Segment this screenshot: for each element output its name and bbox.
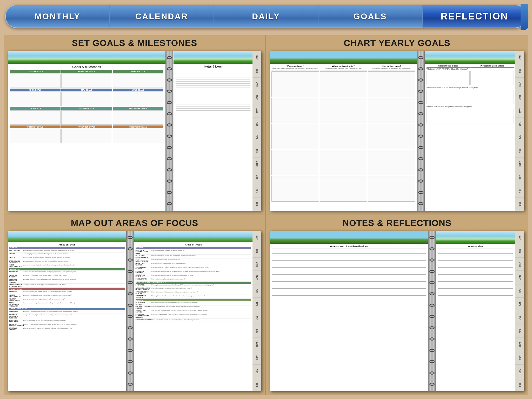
nav-goals[interactable]: GOALS	[318, 5, 423, 28]
tab-mar-2[interactable]: MAR	[515, 77, 524, 91]
aof-row: HELPING & SERVING LOVED ONES What opport…	[136, 249, 251, 255]
tab-oct-2[interactable]: OCT	[515, 171, 524, 184]
line	[438, 298, 513, 298]
line	[438, 279, 513, 279]
tab-nov[interactable]: NOV	[252, 184, 261, 197]
aof-label: IMMEDIATE AREAS OF IMPROVEMENT	[136, 287, 151, 290]
tab-jul-3[interactable]: JUL	[252, 311, 261, 324]
tab-feb[interactable]: FEB	[252, 64, 261, 77]
cg-headers: Where am I now? What is my current life …	[271, 65, 415, 70]
tab-aug-4[interactable]: AUG	[515, 324, 524, 338]
notebook-notes: Notes & End of Month Reflections	[270, 231, 524, 391]
tab-dec-2[interactable]: DEC	[515, 197, 524, 210]
aof-label: SENSE OF ACCOMPLISHMENT	[9, 323, 23, 327]
aof-content: How can I improve myself to benefit my l…	[151, 259, 251, 262]
ring	[128, 371, 133, 375]
tab-feb-3[interactable]: FEB	[252, 244, 261, 257]
tab-jan[interactable]: JAN	[252, 51, 261, 64]
tab-apr-3[interactable]: APR	[252, 271, 261, 284]
tab-dec-4[interactable]: DEC	[515, 378, 524, 391]
tab-oct-4[interactable]: OCT	[515, 351, 524, 364]
tab-jan-3[interactable]: JAN	[252, 231, 261, 244]
spiral-binding-4	[428, 231, 436, 391]
tab-jan-2[interactable]: JAN	[515, 51, 524, 64]
cell-nov	[61, 129, 112, 143]
tab-dec[interactable]: DEC	[252, 197, 261, 210]
aof-content: What improvements will greatly improve m…	[23, 284, 125, 287]
cg-col2: Where do I want to be? Describe the idea…	[320, 65, 367, 70]
aof-content: What tangible career milestones can I se…	[151, 284, 251, 287]
nav-monthly[interactable]: MONTHLY	[6, 5, 110, 28]
tab-sept-4[interactable]: SEPT	[515, 338, 524, 351]
tab-may-3[interactable]: MAY	[252, 284, 261, 298]
tab-sept[interactable]: SEPT	[252, 157, 261, 170]
tab-feb-2[interactable]: FEB	[515, 64, 524, 77]
cg-cell	[271, 150, 319, 175]
nav-reflection[interactable]: REFLECTION	[423, 5, 526, 28]
tab-jun-3[interactable]: JUN	[252, 297, 261, 311]
line	[176, 92, 250, 92]
tab-mar-3[interactable]: MAR	[252, 257, 261, 271]
tab-feb-4[interactable]: FEB	[515, 244, 524, 257]
tab-jan-4[interactable]: JAN	[515, 231, 524, 244]
aof-content: What shall I stop doing - or how shall I…	[151, 255, 251, 258]
nb-page-notes-right: Notes & Ideas	[436, 231, 515, 391]
tab-jul-2[interactable]: JUL	[515, 131, 524, 144]
tab-oct[interactable]: OCT	[252, 171, 261, 184]
tab-jul-4[interactable]: JUL	[515, 311, 524, 324]
aof-row: SPIRITUAL MEANING & PURPOSE What gives t…	[9, 314, 125, 319]
line	[176, 104, 250, 104]
tab-may-4[interactable]: MAY	[515, 284, 524, 298]
aof-content: What top 5 goals do I want to achieve th…	[23, 257, 125, 260]
tab-mar[interactable]: MAR	[252, 77, 261, 91]
cg-right-top: Personal Goals & Ideas Professional Goal…	[427, 65, 514, 85]
main-content: SET GOALS & MILESTONES Goals & Milestone…	[0, 33, 532, 399]
ring	[429, 371, 435, 375]
month-sep: SEPTEMBER GOALS	[113, 107, 163, 110]
aof-row: INNOVATION What tangible career mileston…	[136, 284, 251, 287]
tab-mar-4[interactable]: MAR	[515, 257, 524, 271]
tab-sept-3[interactable]: SEPT	[252, 338, 261, 351]
ring	[128, 304, 133, 307]
line	[176, 100, 250, 100]
aof-row: HABIT IMPROVEMENTS What new / improving …	[9, 264, 125, 268]
tab-may[interactable]: MAY	[252, 104, 261, 117]
tab-nov-4[interactable]: NOV	[515, 364, 524, 378]
tab-aug[interactable]: AUG	[252, 144, 261, 157]
nav-daily[interactable]: DAILY	[214, 5, 318, 28]
ring	[429, 383, 435, 386]
tab-nov-3[interactable]: NOV	[252, 364, 261, 378]
tab-apr-4[interactable]: APR	[515, 271, 524, 284]
tab-jun-4[interactable]: JUN	[515, 297, 524, 311]
tab-apr[interactable]: APR	[252, 91, 261, 104]
aof-content: How can I better save and money to grow …	[151, 310, 251, 313]
ring	[429, 349, 435, 352]
cg-cell	[271, 71, 319, 97]
tab-jun[interactable]: JUN	[252, 117, 261, 130]
aof-row: SUBJECTING SAVINGS How can I better save…	[136, 309, 251, 313]
tab-dec-3[interactable]: DEC	[252, 378, 261, 391]
line	[438, 256, 513, 256]
tab-jul[interactable]: JUL	[252, 131, 261, 144]
ring	[418, 168, 423, 171]
aof-label: PERSONAL INVESTMENTS TO IMPROVE	[136, 314, 151, 318]
notes-lines	[176, 71, 250, 111]
tab-jun-2[interactable]: JUN	[515, 117, 524, 130]
nav-calendar[interactable]: CALENDAR	[110, 5, 214, 28]
cg-cell	[271, 124, 319, 149]
cg-cell	[368, 71, 415, 97]
tab-aug-2[interactable]: AUG	[515, 144, 524, 157]
tab-sept-2[interactable]: SEPT	[515, 157, 524, 170]
tab-oct-3[interactable]: OCT	[252, 351, 261, 364]
aof-row: HEALTH IMPROVEMENT What steps shall I st…	[9, 294, 125, 298]
line	[438, 260, 513, 261]
aof-content: What success factors will help me consis…	[151, 319, 251, 321]
tab-may-2[interactable]: MAY	[515, 104, 524, 117]
tab-aug-3[interactable]: AUG	[252, 324, 261, 338]
tab-apr-2[interactable]: APR	[515, 91, 524, 104]
line	[176, 79, 250, 79]
tab-nov-2[interactable]: NOV	[515, 184, 524, 197]
line	[176, 73, 250, 73]
cg-col1: Where am I now? What is my current life …	[271, 65, 319, 70]
gm-heading: Goals & Milestones	[10, 65, 163, 69]
